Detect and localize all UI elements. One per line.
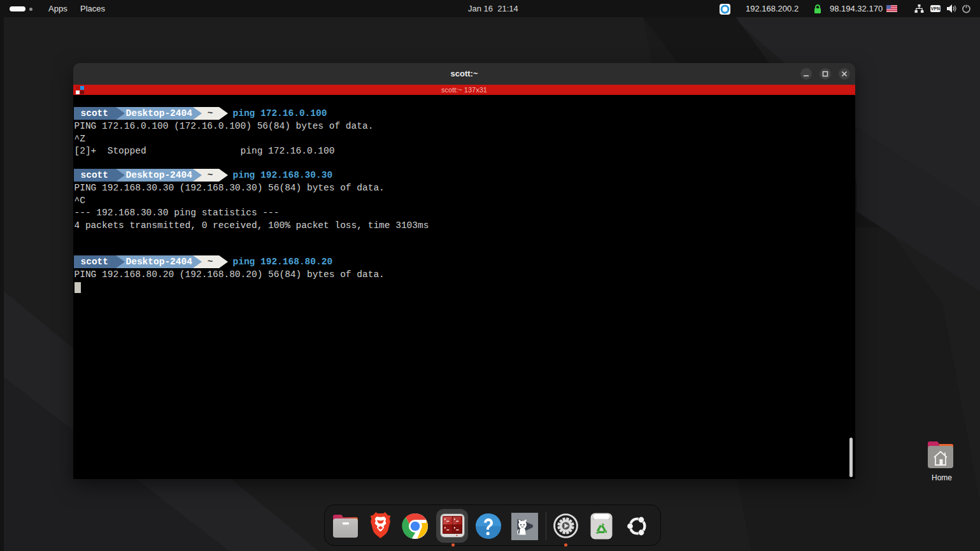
svg-text:VPN: VPN [931,6,940,11]
